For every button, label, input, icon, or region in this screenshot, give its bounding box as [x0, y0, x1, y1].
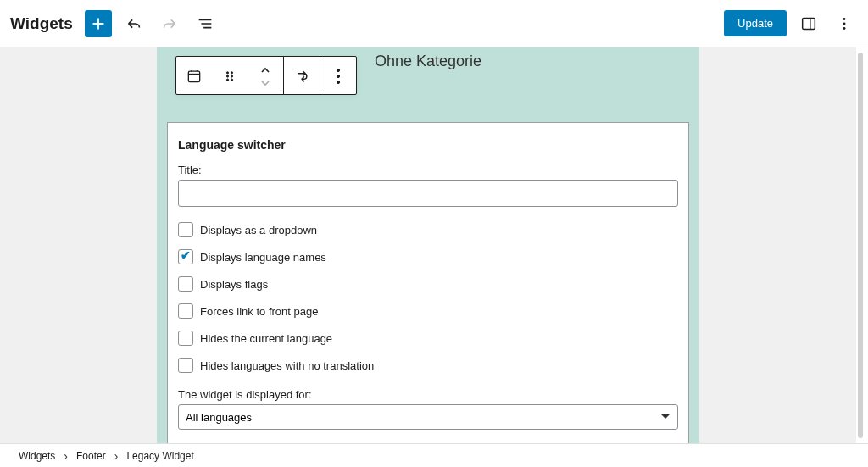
svg-point-10 [231, 79, 232, 81]
widget-heading: Language switcher [178, 138, 678, 152]
block-mover [248, 57, 283, 96]
svg-point-9 [226, 79, 228, 81]
svg-point-8 [231, 75, 232, 77]
chevron-right-icon: › [64, 449, 68, 463]
svg-point-6 [231, 72, 232, 74]
option-label: Forces link to front page [200, 305, 318, 318]
editor-canvas: Ohne Kategorie Language switcher Title: … [0, 47, 856, 443]
svg-point-13 [337, 81, 339, 83]
checkbox-icon[interactable] [178, 331, 193, 346]
undo-button[interactable] [120, 10, 147, 37]
more-menu-button[interactable] [831, 10, 858, 37]
transform-button[interactable] [284, 57, 320, 96]
option-hide-no-translation[interactable]: Hides languages with no translation [178, 358, 678, 373]
sidebar-toggle-button[interactable] [795, 10, 822, 37]
checkbox-icon[interactable] [178, 222, 193, 237]
update-button[interactable]: Update [724, 10, 787, 36]
block-breadcrumb: Widgets › Footer › Legacy Widget [0, 443, 868, 467]
checkbox-icon[interactable] [178, 276, 193, 292]
option-label: Hides languages with no translation [200, 359, 374, 372]
chevron-right-icon: › [114, 449, 119, 463]
option-flags[interactable]: Displays flags [178, 276, 678, 292]
option-label: Displays language names [200, 251, 326, 264]
breadcrumb-item[interactable]: Legacy Widget [126, 450, 193, 462]
displayed-for-label: The widget is displayed for: [178, 388, 678, 401]
move-up-button[interactable] [260, 64, 270, 76]
svg-point-3 [843, 27, 846, 30]
svg-point-1 [843, 18, 846, 20]
title-label: Title: [178, 164, 678, 176]
displayed-for-select[interactable]: All languages [178, 404, 678, 430]
editor-top-bar: Widgets Update [0, 0, 868, 47]
displayed-for-select-wrap: All languages [178, 404, 678, 430]
svg-point-5 [226, 72, 228, 74]
widget-options-list: Displays as a dropdown Displays language… [178, 222, 678, 373]
option-label: Displays flags [200, 278, 268, 291]
option-label: Hides the current language [200, 332, 332, 345]
block-type-icon[interactable] [176, 57, 212, 96]
drag-handle-icon[interactable] [212, 57, 248, 96]
title-input[interactable] [178, 180, 678, 207]
block-toolbar [175, 56, 357, 95]
checkbox-icon[interactable] [178, 249, 193, 264]
add-block-button[interactable] [85, 10, 112, 37]
checkbox-icon[interactable] [178, 303, 193, 319]
widget-area-footer: Ohne Kategorie Language switcher Title: … [157, 47, 699, 443]
option-label: Displays as a dropdown [200, 224, 317, 236]
breadcrumb-item[interactable]: Widgets [19, 450, 55, 462]
block-options-button[interactable] [320, 57, 356, 96]
svg-point-11 [337, 69, 339, 71]
vertical-scrollbar[interactable] [858, 53, 863, 438]
checkbox-icon[interactable] [178, 358, 193, 373]
svg-rect-0 [803, 18, 815, 29]
svg-point-7 [226, 75, 228, 77]
option-hide-current[interactable]: Hides the current language [178, 331, 678, 346]
redo-button[interactable] [156, 10, 183, 37]
breadcrumb-item[interactable]: Footer [76, 450, 106, 462]
option-dropdown[interactable]: Displays as a dropdown [178, 222, 678, 237]
svg-point-2 [843, 22, 846, 25]
option-language-names[interactable]: Displays language names [178, 249, 678, 264]
page-title: Widgets [10, 14, 73, 33]
list-view-button[interactable] [192, 10, 219, 37]
svg-point-12 [337, 75, 339, 77]
option-front-page[interactable]: Forces link to front page [178, 303, 678, 319]
legacy-widget-block[interactable]: Language switcher Title: Displays as a d… [167, 122, 689, 443]
svg-rect-4 [188, 71, 199, 82]
move-down-button[interactable] [260, 76, 270, 89]
